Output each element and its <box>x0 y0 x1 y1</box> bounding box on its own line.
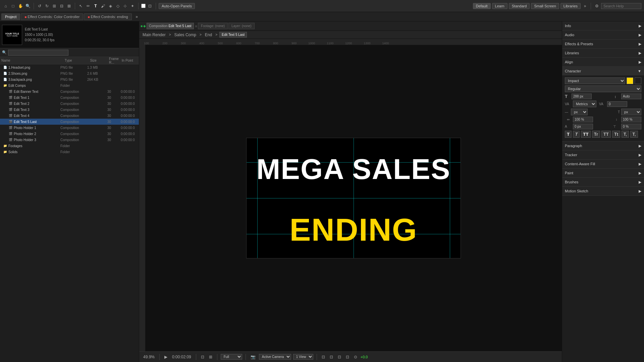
stroke-color-swatch[interactable] <box>635 77 641 84</box>
pin-icon[interactable]: ✦ <box>129 3 136 9</box>
sync-icon[interactable]: ⊙ <box>353 354 359 360</box>
line-height-input[interactable] <box>621 94 641 99</box>
tool4-icon[interactable]: ⊟ <box>59 3 65 9</box>
preview-snapshot[interactable]: ⊡ <box>344 354 351 360</box>
tracker-header[interactable]: Tracker ▶ <box>562 150 644 159</box>
text-color-swatch[interactable] <box>627 77 633 84</box>
small-screen-workspace-btn[interactable]: Small Screen <box>531 3 559 9</box>
learn-workspace-btn[interactable]: Learn <box>492 3 507 9</box>
breadcrumb-sales-comp[interactable]: Sales Comp <box>173 32 198 38</box>
tab-project[interactable]: Project <box>1 13 20 20</box>
hand-icon[interactable]: ✋ <box>17 3 23 9</box>
preview-play[interactable]: ⊡ <box>328 354 334 360</box>
rotate2-icon[interactable]: ↻ <box>44 3 50 9</box>
new-icon[interactable]: □ <box>10 3 16 9</box>
tsume-input[interactable] <box>621 124 641 129</box>
quality-select[interactable]: FullHalfQuarter <box>221 354 242 360</box>
pen-icon[interactable]: ✏ <box>85 3 91 9</box>
home-icon[interactable]: ⌂ <box>3 3 9 9</box>
tree-item-footages[interactable]: 📁 Footages Folder <box>0 143 139 149</box>
stamp-icon[interactable]: ◇ <box>115 3 121 9</box>
style-select[interactable]: Regular <box>565 85 641 92</box>
libraries-header[interactable]: Libraries ▶ <box>562 49 644 57</box>
tree-item-photo-holder-3[interactable]: 🎬 Photo Holder 3 Composition 30 0:00:00:… <box>0 137 139 143</box>
tree-item-edit-banner-text[interactable]: 🎬 Edit Banner Text Composition 30 0:00:0… <box>0 88 139 95</box>
zoom-display[interactable]: 49.9% <box>142 354 156 360</box>
puppet-icon[interactable]: ⊹ <box>122 3 128 9</box>
tree-item-3.backpack.png[interactable]: 📄 3.backpack.png PNG file 264 KB <box>0 76 139 82</box>
tree-item-edit-text-4[interactable]: 🎬 Edit Text 4 Composition 30 0:00:00:0 <box>0 113 139 119</box>
snap-icon[interactable]: ⊡ <box>147 3 153 9</box>
comp-tab-main[interactable]: ■ ◆ Composition Edit Text 5 Last ≡ <box>141 23 197 29</box>
standard-workspace-btn[interactable]: Standard <box>509 3 530 9</box>
preview-settings[interactable]: ⊡ <box>336 354 342 360</box>
brush-icon[interactable]: 🖌 <box>100 3 106 9</box>
eraser-icon[interactable]: ◈ <box>107 3 113 9</box>
auto-open-panels-btn[interactable]: Auto-Open Panels <box>159 3 195 9</box>
scale-h-input[interactable] <box>573 117 593 122</box>
brushes-header[interactable]: Brushes ▶ <box>562 178 644 186</box>
tree-item-edit-text-3[interactable]: 🎬 Edit Text 3 Composition 30 0:00:00:0 <box>0 107 139 113</box>
tree-item-1.headset.png[interactable]: 📄 1.Headset.png PNG file 1.3 MB <box>0 64 139 70</box>
expand-panels-icon[interactable]: » <box>134 14 140 20</box>
tracking-input[interactable] <box>607 101 627 107</box>
project-search-input[interactable] <box>8 50 68 56</box>
sub-btn[interactable]: T, <box>630 131 638 138</box>
font-select[interactable]: Impact <box>565 77 625 84</box>
text-icon[interactable]: T <box>93 3 99 9</box>
effects-presets-header[interactable]: Effects & Presets ▶ <box>562 40 644 48</box>
faux-italic-btn[interactable]: Tr <box>592 131 600 138</box>
comp-tab-pin[interactable]: ≡ <box>195 24 197 28</box>
preview-controls[interactable]: ⊡ <box>320 354 326 360</box>
timecode-display[interactable]: 0:00:02:09 <box>171 354 193 360</box>
tool3-icon[interactable]: ⊞ <box>51 3 57 9</box>
unit2-select[interactable]: px <box>621 109 641 115</box>
align-header[interactable]: Align ▶ <box>562 58 644 66</box>
italic-btn[interactable]: T <box>573 131 580 138</box>
paint-header[interactable]: Paint ▶ <box>562 169 644 177</box>
faux-bold-btn[interactable]: TT <box>581 131 590 138</box>
comp-tab-label[interactable]: Composition Edit Text 5 Last <box>147 23 194 29</box>
libraries-workspace-btn[interactable]: Libraries <box>560 3 581 9</box>
tab-effect-controls-color[interactable]: ■ Effect Controls: Color Controller <box>21 13 83 20</box>
snapping-checkbox[interactable] <box>141 4 146 8</box>
bold-btn[interactable]: T <box>565 131 572 138</box>
grid-btn[interactable]: ⊞ <box>208 354 214 360</box>
unit-select[interactable]: px <box>571 109 588 115</box>
character-header[interactable]: Character ▼ <box>562 67 644 75</box>
tab-effect-controls-ending[interactable]: ■ Effect Controls: ending <box>84 13 131 20</box>
audio-header[interactable]: Audio ▶ <box>562 31 644 39</box>
breadcrumb-end[interactable]: End <box>204 32 213 38</box>
tree-item-2.shoes.png[interactable]: 📄 2.Shoes.png PNG file 2.6 MB <box>0 70 139 76</box>
play-btn[interactable]: ▶ <box>163 354 169 360</box>
zoom-icon[interactable]: 🔍 <box>25 3 31 9</box>
tree-item-photo-holder-1[interactable]: 🎬 Photo Holder 1 Composition 30 0:00:00:… <box>0 125 139 131</box>
baseline-input[interactable] <box>573 124 593 129</box>
layer-tab[interactable]: Layer: (none) <box>228 23 254 29</box>
region-btn[interactable]: ⊡ <box>200 354 206 360</box>
motion-sketch-header[interactable]: Motion Sketch ▶ <box>562 187 644 195</box>
more-workspaces-icon[interactable]: » <box>582 3 588 9</box>
super-btn[interactable]: T, <box>622 131 629 138</box>
settings-icon[interactable]: ⚙ <box>594 3 600 9</box>
select-icon[interactable]: ↖ <box>78 3 84 9</box>
allcaps-btn[interactable]: TT <box>601 131 611 138</box>
camera-icon[interactable]: 📷 <box>249 354 257 360</box>
paragraph-header[interactable]: Paragraph ▶ <box>562 141 644 150</box>
scale-v-input[interactable] <box>621 117 641 122</box>
tree-item-edit-text-1[interactable]: 🎬 Edit Text 1 Composition 30 0:00:00:0 <box>0 95 139 101</box>
breadcrumb-main-render[interactable]: Main Render <box>141 32 167 38</box>
tool5-icon[interactable]: ⊠ <box>66 3 72 9</box>
search-input[interactable] <box>601 3 641 9</box>
tree-item-edit-text-2[interactable]: 🎬 Edit Text 2 Composition 30 0:00:00:0 <box>0 101 139 107</box>
tree-item-photo-holder-2[interactable]: 🎬 Photo Holder 2 Composition 30 0:00:00:… <box>0 131 139 137</box>
tree-item-solids[interactable]: 📁 Solids Folder <box>0 149 139 155</box>
font-size-input[interactable] <box>572 94 592 99</box>
view-select[interactable]: 1 View <box>293 354 313 360</box>
rotate-icon[interactable]: ↺ <box>37 3 43 9</box>
tree-item-edit-text-5-last[interactable]: 🎬 Edit Text 5 Last Composition 30 0:00:0… <box>0 119 139 125</box>
info-header[interactable]: Info ▶ <box>562 21 644 30</box>
tree-item-edit-comps[interactable]: 📁 Edit Comps Folder <box>0 82 139 88</box>
smallcaps-btn[interactable]: Tt <box>612 131 620 138</box>
default-workspace-btn[interactable]: Default <box>473 3 491 9</box>
